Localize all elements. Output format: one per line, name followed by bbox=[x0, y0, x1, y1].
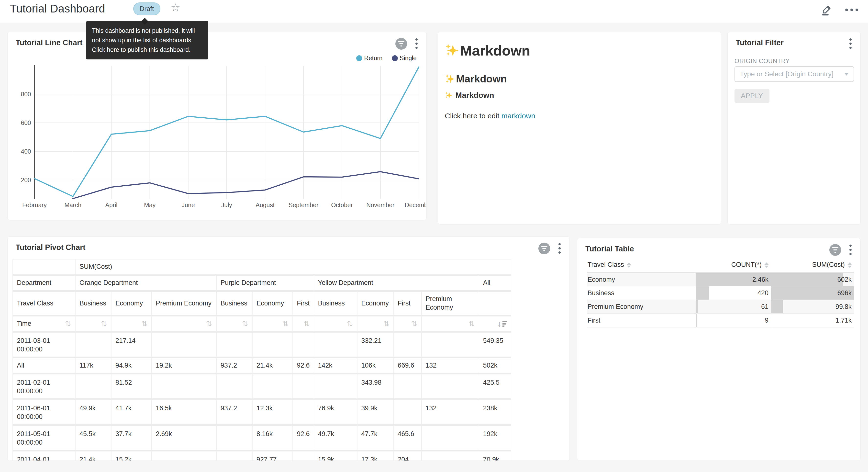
return-series-dot bbox=[356, 55, 362, 61]
col-header-travel-class[interactable]: Travel Class bbox=[587, 258, 696, 272]
sparkles-icon bbox=[445, 91, 453, 99]
sort-toggle-icon[interactable]: ⇅ bbox=[347, 319, 353, 328]
markdown-h2: Markdown bbox=[445, 73, 507, 85]
pivot-value-cell: 49.7k bbox=[314, 425, 357, 451]
column-sort-icon[interactable] bbox=[765, 262, 769, 268]
pivot-value-cell: 343.98 bbox=[357, 374, 394, 400]
pivot-class-header: Business bbox=[314, 291, 357, 316]
chart-kebab-menu[interactable] bbox=[414, 37, 419, 50]
axis-tick-label: March bbox=[64, 202, 81, 208]
favorite-star-icon[interactable]: ☆ bbox=[170, 0, 180, 15]
applied-filters-icon[interactable] bbox=[538, 243, 550, 254]
sort-toggle-icon[interactable]: ⇅ bbox=[411, 319, 417, 328]
col-header-sum-cost[interactable]: SUM(Cost) bbox=[771, 258, 854, 272]
sum-bar bbox=[771, 314, 771, 327]
markdown-paragraph: Click here to edit markdown bbox=[445, 112, 535, 120]
legend-item-return[interactable]: Return bbox=[356, 55, 382, 62]
legend-item-single[interactable]: Single bbox=[392, 55, 417, 62]
pivot-sort-cell: ⇅ bbox=[422, 316, 479, 332]
sort-toggle-icon[interactable]: ⇅ bbox=[242, 319, 248, 328]
pivot-value-cell: 92.6 bbox=[293, 358, 314, 374]
applied-filters-icon[interactable] bbox=[829, 244, 841, 256]
edit-dashboard-button[interactable] bbox=[820, 3, 833, 16]
table-kebab-menu[interactable] bbox=[848, 243, 853, 256]
sort-descending-active-icon[interactable]: ↓ bbox=[498, 320, 507, 327]
pivot-value-cell bbox=[216, 332, 252, 358]
pivot-kebab-menu[interactable] bbox=[557, 242, 562, 255]
pivot-value-cell bbox=[216, 451, 252, 461]
sum-cost-cell: 99.8k bbox=[771, 300, 854, 314]
pivot-value-cell: 669.6 bbox=[394, 358, 422, 374]
sort-toggle-icon[interactable]: ⇅ bbox=[468, 319, 474, 328]
axis-tick-label: April bbox=[105, 202, 117, 208]
draft-status-badge[interactable]: Draft bbox=[133, 2, 160, 15]
dashboard-grid: Tutorial Line Chart Return Single Februa… bbox=[0, 23, 868, 472]
axis-tick-label: 600 bbox=[21, 119, 31, 126]
origin-country-select[interactable]: Type or Select [Origin Country] bbox=[735, 66, 854, 82]
sum-bar bbox=[771, 300, 783, 313]
header-more-menu-button[interactable] bbox=[845, 3, 858, 16]
sparkles-icon bbox=[445, 73, 456, 84]
pivot-table: SUM(Cost)DepartmentOrange DepartmentPurp… bbox=[12, 259, 511, 461]
pivot-value-cell: 425.5 bbox=[479, 374, 511, 400]
table-row: Business420696k bbox=[587, 286, 854, 300]
origin-country-label: ORIGIN COUNTRY bbox=[735, 57, 790, 65]
count-cell: 420 bbox=[696, 286, 771, 300]
pivot-value-cell: 39.9k bbox=[357, 400, 394, 425]
pivot-data-row: 2011-06-01 00:00:0049.9k41.7k16.5k937.21… bbox=[13, 400, 511, 425]
column-sort-icon[interactable] bbox=[627, 262, 631, 268]
pivot-value-cell bbox=[394, 400, 422, 425]
pivot-value-cell: 117k bbox=[75, 358, 111, 374]
tutorial-pivot-chart-panel: Tutorial Pivot Chart SUM(Cost)Department… bbox=[7, 236, 570, 461]
pivot-sort-cell: ↓ bbox=[479, 316, 511, 332]
tutorial-filter-panel: Tutorial Filter ORIGIN COUNTRY Type or S… bbox=[727, 32, 861, 225]
sum-cost-cell: 602k bbox=[771, 272, 854, 286]
pivot-value-cell bbox=[314, 332, 357, 358]
pivot-value-cell: 502k bbox=[479, 358, 511, 374]
filter-title: Tutorial Filter bbox=[736, 38, 784, 47]
sort-toggle-icon[interactable]: ⇅ bbox=[65, 319, 71, 328]
pivot-sort-cell: ⇅ bbox=[252, 316, 293, 332]
publish-tooltip[interactable]: This dashboard is not published, it will… bbox=[86, 21, 208, 59]
table-title: Tutorial Table bbox=[585, 244, 634, 254]
pivot-value-cell: 217.14 bbox=[111, 332, 152, 358]
pivot-value-cell bbox=[422, 451, 479, 461]
edit-markdown-link[interactable]: markdown bbox=[501, 112, 535, 120]
pivot-data-row: 2011-05-01 00:00:0045.5k37.7k2.69k8.16k9… bbox=[13, 425, 511, 451]
axis-tick-label: November bbox=[366, 202, 394, 208]
pivot-value-cell: 937.2 bbox=[216, 358, 252, 374]
axis-tick-label: December bbox=[405, 202, 427, 208]
sum-cost-cell: 696k bbox=[771, 286, 854, 300]
sort-toggle-icon[interactable]: ⇅ bbox=[101, 319, 107, 328]
pivot-value-cell: 92.6 bbox=[293, 425, 314, 451]
column-sort-icon[interactable] bbox=[848, 262, 851, 268]
pivot-sort-cell: ⇅ bbox=[75, 316, 111, 332]
sort-toggle-icon[interactable]: ⇅ bbox=[282, 319, 288, 328]
pivot-value-cell bbox=[314, 374, 357, 400]
sort-toggle-icon[interactable]: ⇅ bbox=[304, 319, 310, 328]
pivot-department-header: Yellow Department bbox=[314, 275, 479, 291]
pivot-value-cell: 465.6 bbox=[394, 425, 422, 451]
pivot-class-header: Economy bbox=[111, 291, 152, 316]
table-row: First91.71k bbox=[587, 314, 854, 327]
pivot-value-cell bbox=[75, 332, 111, 358]
col-header-count[interactable]: COUNT(*) bbox=[696, 258, 771, 272]
pivot-value-cell: 16.5k bbox=[152, 400, 216, 425]
apply-button[interactable]: APPLY bbox=[735, 89, 770, 103]
travel-class-cell: First bbox=[587, 314, 696, 327]
pivot-value-cell bbox=[422, 425, 479, 451]
applied-filters-icon[interactable] bbox=[395, 38, 407, 50]
sort-toggle-icon[interactable]: ⇅ bbox=[206, 319, 212, 328]
pivot-sort-cell: ⇅ bbox=[394, 316, 422, 332]
pivot-value-cell: 192k bbox=[479, 425, 511, 451]
sort-toggle-icon[interactable]: ⇅ bbox=[141, 319, 148, 328]
pivot-value-cell bbox=[216, 425, 252, 451]
pivot-value-cell bbox=[422, 332, 479, 358]
pivot-value-cell bbox=[293, 400, 314, 425]
filter-kebab-menu[interactable] bbox=[848, 37, 853, 50]
count-cell: 61 bbox=[696, 300, 771, 314]
travel-class-cell: Business bbox=[587, 286, 696, 300]
count-cell: 9 bbox=[696, 314, 771, 327]
axis-tick-label: May bbox=[144, 202, 156, 208]
sort-toggle-icon[interactable]: ⇅ bbox=[383, 319, 389, 328]
